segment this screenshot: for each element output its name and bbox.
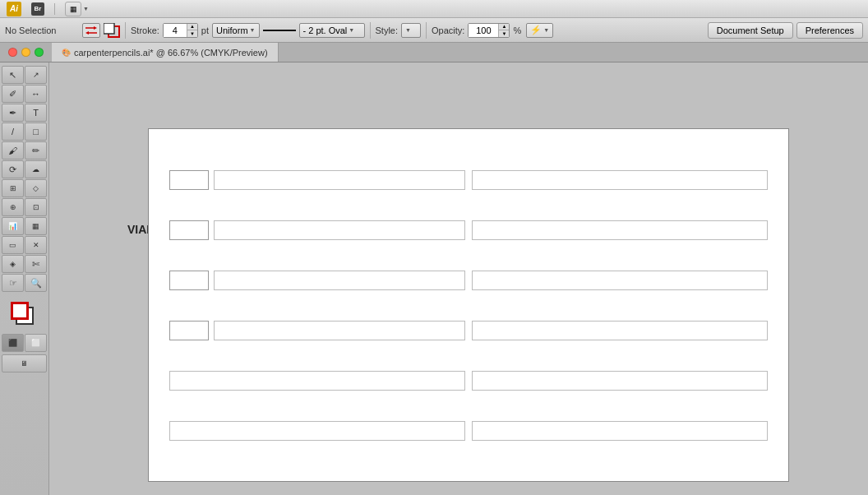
form-row-4-left bbox=[169, 308, 465, 352]
opacity-up-button[interactable]: ▲ bbox=[499, 24, 509, 30]
tab-bar: 🎨 carpenterpencils.ai* @ 66.67% (CMYK/Pr… bbox=[0, 43, 868, 62]
form-line-4r[interactable] bbox=[472, 321, 768, 340]
oval-dropdown[interactable]: - 2 pt. Oval ▼ bbox=[299, 23, 365, 38]
maximize-button[interactable] bbox=[35, 48, 44, 57]
form-line-2r[interactable] bbox=[472, 220, 768, 240]
shear-tool[interactable]: ◇ bbox=[25, 179, 47, 197]
form-line-5l[interactable] bbox=[169, 371, 465, 391]
type-tool[interactable]: T bbox=[25, 104, 47, 122]
rect-tool[interactable]: □ bbox=[25, 123, 47, 141]
stroke-label: Stroke: bbox=[131, 25, 159, 35]
selection-indicator: No Selection bbox=[5, 25, 79, 35]
stroke-arrows-icon[interactable] bbox=[82, 23, 100, 38]
form-row-6-right bbox=[472, 409, 768, 452]
artboard bbox=[148, 128, 789, 482]
form-small-box-1[interactable] bbox=[169, 170, 209, 190]
tool-row-color: ⬛ ⬜ bbox=[2, 334, 47, 352]
color-mode-button[interactable]: ⬛ bbox=[2, 334, 24, 352]
select-tool[interactable]: ↖ bbox=[2, 66, 24, 84]
form-line-3r[interactable] bbox=[472, 271, 768, 290]
gradient-tool[interactable]: ▭ bbox=[2, 236, 24, 254]
form-row-5-right bbox=[472, 359, 768, 402]
rotate-tool[interactable]: ⟳ bbox=[2, 160, 24, 178]
hand-tool[interactable]: ☞ bbox=[2, 274, 24, 292]
pen-tool[interactable]: ✒ bbox=[2, 104, 24, 122]
uniform-label: Uniform bbox=[216, 25, 248, 35]
form-line-6l[interactable] bbox=[169, 421, 465, 441]
sep3 bbox=[426, 22, 427, 39]
blend-tool[interactable]: ◈ bbox=[2, 255, 24, 273]
magic-wand-tool[interactable]: ✐ bbox=[2, 85, 24, 103]
opacity-stepper[interactable]: ▲ ▼ bbox=[498, 24, 509, 37]
form-small-box-4[interactable] bbox=[169, 321, 209, 340]
opacity-input-group[interactable]: ▲ ▼ bbox=[468, 23, 510, 38]
form-line-6r[interactable] bbox=[472, 421, 768, 441]
stroke-input-group[interactable]: ▲ ▼ bbox=[163, 23, 198, 38]
warp2-tool[interactable]: ⊡ bbox=[25, 198, 47, 216]
document-setup-button[interactable]: Document Setup bbox=[708, 22, 793, 39]
form-line-5r[interactable] bbox=[472, 371, 768, 391]
svg-marker-3 bbox=[85, 31, 89, 35]
document-tab[interactable]: 🎨 carpenterpencils.ai* @ 66.67% (CMYK/Pr… bbox=[52, 43, 279, 62]
tool-row-12: ☞ 🔍 bbox=[2, 274, 47, 292]
menu-bar: Ai Br ▦ ▼ bbox=[0, 0, 868, 18]
stroke-value-input[interactable] bbox=[164, 24, 187, 37]
fill-stroke-swatches[interactable] bbox=[11, 302, 39, 330]
extra-icon: ⚡ bbox=[530, 25, 542, 35]
form-line-2l[interactable] bbox=[214, 220, 465, 240]
form-row-3-left bbox=[169, 258, 465, 302]
zoom-tool[interactable]: 🔍 bbox=[25, 274, 47, 292]
window-controls bbox=[0, 43, 52, 62]
oval-label: - 2 pt. Oval bbox=[303, 25, 348, 35]
minimize-button[interactable] bbox=[21, 48, 30, 57]
canvas-area: VIAL PENCIL bbox=[49, 62, 868, 495]
main-layout: ↖ ↗ ✐ ↔ ✒ T / □ 🖌 ✏ ⟳ ☁ ⊞ ◇ ⊕ ⊡ bbox=[0, 62, 868, 495]
svg-rect-5 bbox=[104, 23, 114, 34]
menu-icons: ▦ ▼ bbox=[65, 2, 89, 16]
scissors-tool[interactable]: ✄ bbox=[25, 255, 47, 273]
opacity-value-input[interactable] bbox=[469, 24, 498, 37]
stroke-unit-label: pt bbox=[201, 25, 209, 35]
extra-options-button[interactable]: ⚡ ▼ bbox=[526, 23, 553, 38]
opacity-down-button[interactable]: ▼ bbox=[499, 30, 509, 37]
uniform-dropdown[interactable]: Uniform ▼ bbox=[212, 23, 259, 38]
dropdown-arrow: ▼ bbox=[83, 6, 89, 12]
paintbrush-tool[interactable]: 🖌 bbox=[2, 141, 24, 160]
uniform-dropdown-arrow: ▼ bbox=[250, 27, 256, 33]
direct-select-tool[interactable]: ↗ bbox=[25, 66, 47, 84]
eyedropper-tool[interactable]: ✕ bbox=[25, 236, 47, 254]
stroke-stepper[interactable]: ▲ ▼ bbox=[187, 24, 197, 37]
stroke-preview bbox=[263, 29, 296, 32]
form-line-4l[interactable] bbox=[214, 321, 465, 340]
form-line-1r[interactable] bbox=[472, 170, 768, 190]
form-line-3l[interactable] bbox=[214, 271, 465, 290]
fill-stroke-icon[interactable] bbox=[104, 23, 120, 38]
screen-mode-button[interactable]: 🖥 bbox=[2, 354, 47, 372]
stroke-down-button[interactable]: ▼ bbox=[187, 30, 197, 37]
view-options-button[interactable]: ▦ bbox=[65, 2, 81, 16]
fill-swatch[interactable] bbox=[11, 302, 29, 320]
tool-row-10: ▭ ✕ bbox=[2, 236, 47, 254]
extra-dropdown-arrow: ▼ bbox=[543, 27, 549, 33]
style-dropdown[interactable]: ▼ bbox=[401, 23, 421, 38]
form-row-1-left bbox=[169, 158, 465, 201]
gradient-mode-button[interactable]: ⬜ bbox=[25, 334, 47, 352]
width-tool[interactable]: ⊕ bbox=[2, 198, 24, 216]
pencil-tool[interactable]: ✏ bbox=[25, 141, 47, 160]
form-line-1l[interactable] bbox=[214, 170, 465, 190]
warp-tool[interactable]: ☁ bbox=[25, 160, 47, 178]
preferences-button[interactable]: Preferences bbox=[796, 22, 863, 39]
form-small-box-3[interactable] bbox=[169, 271, 209, 290]
stroke-up-button[interactable]: ▲ bbox=[187, 24, 197, 30]
scale-tool[interactable]: ⊞ bbox=[2, 179, 24, 197]
line-tool[interactable]: / bbox=[2, 123, 24, 141]
lasso-tool[interactable]: ↔ bbox=[25, 85, 47, 103]
close-button[interactable] bbox=[8, 48, 17, 57]
form-small-box-2[interactable] bbox=[169, 220, 209, 240]
form-row-6-left bbox=[169, 409, 465, 452]
mesh-tool[interactable]: ▦ bbox=[25, 217, 47, 235]
tool-row-3: ✒ T bbox=[2, 104, 47, 122]
br-icon: Br bbox=[31, 2, 44, 16]
column-graph-tool[interactable]: 📊 bbox=[2, 217, 24, 235]
style-label: Style: bbox=[376, 25, 399, 35]
